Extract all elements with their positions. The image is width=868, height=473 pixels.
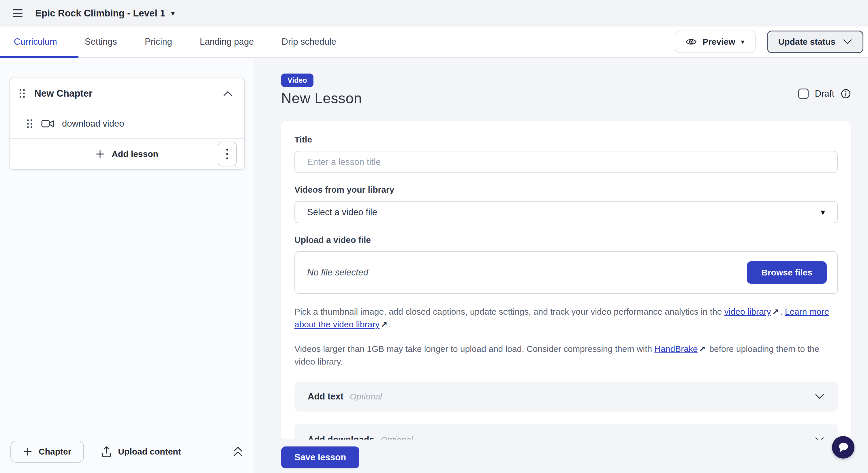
info-icon[interactable] — [841, 89, 851, 99]
video-library-select[interactable]: Select a video file ▾ — [294, 201, 838, 223]
external-link-icon: ↗ — [771, 308, 780, 316]
chapter-footer: Add lesson — [9, 138, 244, 169]
add-text-accordion[interactable]: Add text Optional — [294, 382, 838, 412]
drag-handle-icon[interactable] — [18, 88, 26, 99]
upload-content-label: Upload content — [118, 447, 181, 456]
top-bar: Epic Rock Climbing - Level 1 ▾ — [0, 0, 868, 27]
upload-content-button[interactable]: Upload content — [101, 446, 181, 458]
add-lesson-label: Add lesson — [112, 149, 158, 159]
page-title: New Lesson — [281, 90, 362, 107]
chevron-down-icon — [815, 394, 825, 400]
header-actions: Preview ▾ Update status — [675, 31, 863, 53]
video-library-link[interactable]: video library — [724, 307, 771, 316]
optional-label: Optional — [381, 435, 413, 440]
tabs: Curriculum Settings Pricing Landing page… — [0, 37, 336, 47]
chevron-up-icon[interactable] — [223, 91, 233, 96]
tab-pricing[interactable]: Pricing — [145, 37, 172, 47]
course-switcher[interactable]: Epic Rock Climbing - Level 1 ▾ — [35, 8, 175, 19]
lesson-editor: Video New Lesson Draft Title — [254, 58, 868, 473]
add-downloads-accordion[interactable]: Add downloads Optional — [294, 424, 838, 440]
external-link-icon: ↗ — [698, 345, 707, 354]
no-file-text: No file selected — [307, 267, 368, 278]
compression-help-text: Videos larger than 1GB may take longer t… — [294, 343, 838, 368]
add-text-label: Add text — [308, 391, 343, 402]
hamburger-menu-icon[interactable] — [13, 9, 23, 17]
video-library-help-text: Pick a thumbnail image, add closed capti… — [294, 306, 838, 331]
caret-down-icon: ▾ — [171, 9, 175, 17]
preview-button-label: Preview — [703, 37, 735, 47]
help-text: . — [389, 320, 391, 329]
active-tab-underline — [0, 56, 79, 58]
chapter-title: New Chapter — [34, 88, 215, 99]
chat-bubble-icon — [837, 441, 849, 453]
upload-icon — [101, 446, 112, 458]
title-field-group: Title — [294, 135, 838, 173]
lesson-form-card: Title Videos from your library Select a … — [281, 121, 851, 440]
video-library-field-group: Videos from your library Select a video … — [294, 185, 838, 223]
title-field-label: Title — [294, 135, 838, 145]
course-title: Epic Rock Climbing - Level 1 — [35, 8, 165, 19]
add-lesson-button[interactable]: Add lesson — [95, 149, 158, 159]
lesson-title-input[interactable] — [294, 151, 838, 173]
help-text: . — [780, 307, 785, 316]
caret-down-icon: ▾ — [741, 38, 745, 46]
add-chapter-label: Chapter — [39, 447, 71, 456]
upload-field-label: Upload a video file — [294, 235, 838, 245]
chapter-menu-button[interactable] — [218, 141, 237, 166]
video-library-label: Videos from your library — [294, 185, 838, 195]
browse-files-button[interactable]: Browse files — [747, 261, 827, 284]
lesson-head: Video New Lesson Draft — [281, 73, 851, 107]
chapter-card: New Chapter — [9, 77, 245, 170]
upload-field-group: Upload a video file No file selected Bro… — [294, 235, 838, 294]
sidebar-footer: Chapter Upload content — [0, 430, 254, 473]
collapse-all-button[interactable] — [232, 446, 243, 458]
tab-curriculum[interactable]: Curriculum — [14, 37, 57, 47]
eye-icon — [686, 37, 697, 46]
update-status-label: Update status — [778, 37, 835, 47]
add-downloads-label: Add downloads — [308, 435, 374, 440]
help-text: Videos larger than 1GB may take longer t… — [294, 344, 655, 354]
tab-bar: Curriculum Settings Pricing Landing page… — [0, 27, 868, 58]
video-lesson-icon — [41, 119, 55, 128]
file-dropzone[interactable]: No file selected Browse files — [294, 251, 838, 294]
draft-checkbox[interactable] — [798, 89, 809, 99]
draft-toggle-group: Draft — [798, 89, 851, 99]
plus-icon — [95, 149, 105, 159]
chevron-down-icon — [815, 437, 825, 440]
kebab-icon — [226, 148, 228, 160]
save-lesson-button[interactable]: Save lesson — [281, 446, 359, 468]
tab-drip-schedule[interactable]: Drip schedule — [282, 37, 337, 47]
lesson-title: download video — [62, 119, 124, 129]
chapter-header[interactable]: New Chapter — [9, 78, 244, 109]
handbrake-link[interactable]: HandBrake — [655, 344, 698, 354]
help-text: Pick a thumbnail image, add closed capti… — [294, 307, 724, 316]
preview-button[interactable]: Preview ▾ — [675, 31, 755, 53]
drag-handle-icon[interactable] — [26, 118, 34, 129]
video-library-select-value: Select a video file — [307, 207, 377, 217]
support-chat-button[interactable] — [832, 436, 855, 459]
external-link-icon: ↗ — [379, 320, 389, 329]
draft-label: Draft — [815, 89, 834, 99]
caret-down-icon: ▾ — [821, 207, 825, 217]
tab-landing-page[interactable]: Landing page — [200, 37, 254, 47]
plus-icon — [23, 447, 32, 456]
add-chapter-button[interactable]: Chapter — [10, 441, 84, 463]
optional-label: Optional — [350, 392, 382, 402]
lesson-item[interactable]: download video — [9, 109, 244, 138]
update-status-button[interactable]: Update status — [767, 31, 863, 53]
tab-settings[interactable]: Settings — [85, 37, 117, 47]
lesson-type-badge: Video — [281, 73, 313, 87]
chevron-down-icon — [843, 39, 852, 45]
curriculum-sidebar: New Chapter — [0, 58, 254, 473]
